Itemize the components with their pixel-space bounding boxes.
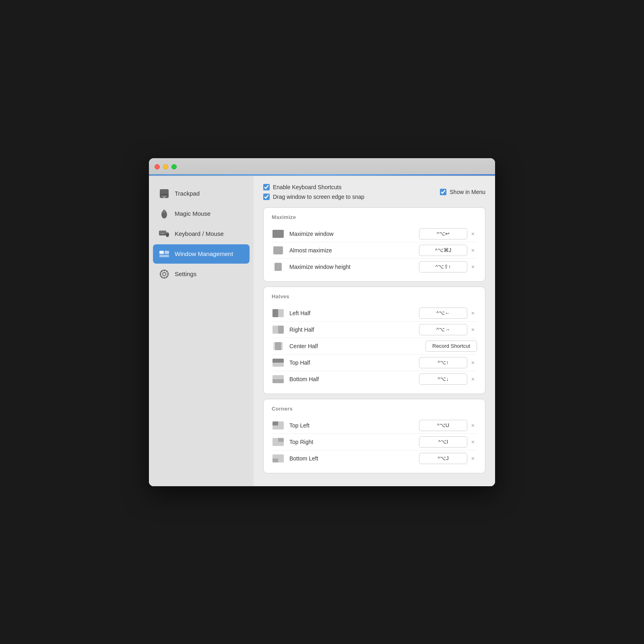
sidebar-item-magic-mouse[interactable]: Magic Mouse (153, 204, 250, 223)
bottom-half-icon (272, 375, 284, 383)
sidebar-item-label: Magic Mouse (175, 210, 211, 217)
sidebar-item-settings[interactable]: Settings (153, 264, 250, 284)
shortcut-key-container: ^⌥J × (419, 453, 477, 464)
minimize-button[interactable] (163, 164, 168, 169)
close-button[interactable] (155, 164, 160, 169)
drag-window-checkbox[interactable] (263, 194, 270, 200)
center-half-icon (272, 342, 284, 350)
svg-rect-11 (165, 233, 165, 234)
record-shortcut-button[interactable]: Record Shortcut (425, 341, 477, 352)
halves-section: Halves Left Half ^⌥← × (263, 287, 485, 394)
shortcut-name: Maximize window (289, 231, 414, 237)
titlebar-accent-line (149, 174, 495, 175)
settings-icon (159, 268, 170, 280)
svg-rect-0 (160, 189, 169, 198)
shortcut-key[interactable]: ^⌥↑ (419, 357, 467, 368)
sidebar-item-trackpad[interactable]: Trackpad (153, 184, 250, 203)
shortcut-key[interactable]: ^⌥⌘J (419, 245, 467, 256)
shortcut-key-container: Record Shortcut (425, 341, 477, 352)
shortcut-key-container: ^⌥→ × (419, 324, 477, 335)
window-preview-icon (272, 438, 285, 446)
shortcut-name: Maximize window height (289, 264, 414, 270)
shortcut-name: Bottom Left (289, 455, 414, 462)
sidebar-item-keyboard-mouse[interactable]: Keyboard / Mouse (153, 224, 250, 244)
clear-shortcut-button[interactable]: × (469, 375, 477, 383)
corners-section-title: Corners (272, 406, 477, 412)
maximize-window-icon (272, 230, 284, 238)
drag-window-row: Drag window to screen edge to snap (263, 194, 364, 200)
maximize-button[interactable] (171, 164, 177, 169)
shortcut-key-container: ^⌥↩ × (419, 228, 477, 239)
maximize-height-icon (275, 263, 282, 271)
window-mgmt-icon (159, 248, 170, 260)
main-window: Trackpad Magic Mouse (149, 158, 495, 486)
show-in-menu-row: Show in Menu (440, 189, 485, 195)
window-preview-icon (272, 325, 285, 334)
show-in-menu-checkbox[interactable] (440, 189, 446, 195)
right-half-icon (272, 326, 284, 334)
svg-point-3 (163, 210, 165, 211)
clear-shortcut-button[interactable]: × (469, 359, 477, 367)
maximize-section-title: Maximize (272, 214, 477, 220)
svg-rect-10 (161, 233, 164, 234)
shortcut-key[interactable]: ^⌥→ (419, 324, 467, 335)
window-preview-icon (272, 246, 285, 255)
shortcut-key-container: ^⌥I × (419, 436, 477, 448)
window-preview-icon (272, 358, 285, 367)
sidebar-item-label: Window Management (175, 250, 233, 257)
clear-shortcut-button[interactable]: × (469, 438, 477, 446)
shortcut-key[interactable]: ^⌥↩ (419, 228, 467, 239)
sidebar-item-window-management[interactable]: Window Management (153, 244, 250, 264)
clear-shortcut-button[interactable]: × (469, 230, 477, 238)
trackpad-icon (159, 188, 170, 199)
sidebar-item-label: Keyboard / Mouse (175, 230, 224, 237)
clear-shortcut-button[interactable]: × (469, 326, 477, 334)
titlebar (149, 158, 495, 176)
shortcut-key[interactable]: ^⌥← (419, 308, 467, 319)
top-half-icon (272, 359, 284, 367)
svg-line-23 (166, 276, 167, 277)
shortcut-name: Center Half (289, 343, 421, 349)
shortcut-key-container: ^⌥U × (419, 420, 477, 431)
table-row: Center Half Record Shortcut (272, 338, 477, 354)
table-row: Bottom Left ^⌥J × (272, 450, 477, 466)
almost-maximize-icon (273, 246, 283, 254)
table-row: Bottom Half ^⌥↓ × (272, 371, 477, 387)
main-content: Enable Keyboard Shortcuts Drag window to… (254, 176, 495, 486)
sidebar-item-label: Trackpad (175, 190, 200, 197)
shortcut-key[interactable]: ^⌥⇧↑ (419, 261, 467, 272)
shortcut-name: Almost maximize (289, 247, 414, 254)
window-preview-icon (272, 375, 285, 384)
svg-line-25 (161, 276, 162, 277)
window-preview-icon (272, 309, 285, 318)
top-options: Enable Keyboard Shortcuts Drag window to… (263, 184, 485, 200)
show-in-menu-label: Show in Menu (450, 189, 485, 195)
corners-section: Corners Top Left ^⌥U × (263, 399, 485, 473)
shortcut-key-container: ^⌥↑ × (419, 357, 477, 368)
table-row: Right Half ^⌥→ × (272, 321, 477, 338)
keyboard-mouse-icon (159, 228, 170, 239)
content-area: Trackpad Magic Mouse (149, 176, 495, 486)
clear-shortcut-button[interactable]: × (469, 246, 477, 254)
shortcut-key[interactable]: ^⌥↓ (419, 374, 467, 385)
svg-rect-7 (163, 231, 164, 232)
shortcut-name: Top Right (289, 439, 414, 445)
shortcut-name: Left Half (289, 310, 414, 316)
clear-shortcut-button[interactable]: × (469, 454, 477, 462)
shortcut-name: Bottom Half (289, 376, 414, 382)
clear-shortcut-button[interactable]: × (469, 263, 477, 271)
window-preview-icon (272, 229, 285, 238)
window-preview-icon (272, 421, 285, 430)
maximize-section: Maximize Maximize window ^⌥↩ × (263, 207, 485, 282)
svg-rect-5 (160, 231, 161, 232)
shortcut-key[interactable]: ^⌥I (419, 436, 467, 448)
enable-keyboard-shortcuts-checkbox[interactable] (263, 184, 270, 190)
window-preview-icon (272, 262, 285, 271)
svg-rect-8 (165, 231, 165, 232)
shortcut-key[interactable]: ^⌥J (419, 453, 467, 464)
drag-window-label: Drag window to screen edge to snap (273, 194, 364, 200)
shortcut-key[interactable]: ^⌥U (419, 420, 467, 431)
svg-line-22 (161, 271, 162, 272)
clear-shortcut-button[interactable]: × (469, 421, 477, 429)
clear-shortcut-button[interactable]: × (469, 309, 477, 317)
